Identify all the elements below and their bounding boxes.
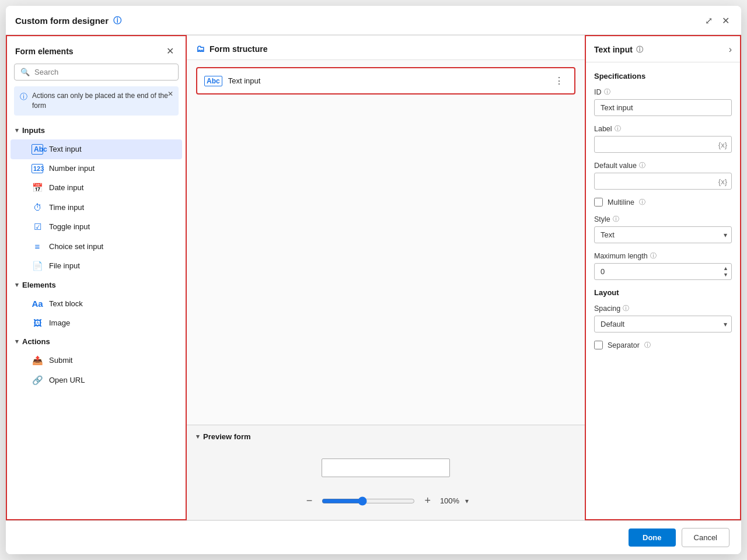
list-item-file-input[interactable]: 📄 File input: [11, 256, 182, 276]
zoom-minus-button[interactable]: −: [303, 494, 316, 508]
inputs-section-header[interactable]: ▾ Inputs: [7, 121, 186, 139]
inputs-chevron-icon: ▾: [15, 127, 19, 134]
left-panel-title: Form elements: [15, 47, 74, 56]
preview-input-field[interactable]: [322, 459, 450, 477]
default-value-info-icon[interactable]: ⓘ: [639, 161, 645, 170]
elements-section-header[interactable]: ▾ Elements: [7, 276, 186, 294]
form-structure-body: Abc Text input ⋮: [187, 60, 585, 425]
max-length-input[interactable]: [594, 263, 732, 280]
spacing-label-text: Spacing: [594, 304, 620, 313]
default-value-label-text: Default value: [594, 162, 637, 170]
form-element-menu-button[interactable]: ⋮: [551, 74, 567, 88]
left-panel: Form elements ✕ 🔍 ⓘ Actions can only be …: [6, 35, 187, 520]
spacing-info-icon[interactable]: ⓘ: [623, 304, 629, 313]
info-banner-close-button[interactable]: ✕: [166, 90, 175, 98]
label-info-icon[interactable]: ⓘ: [615, 124, 621, 133]
time-input-icon: ⏱: [32, 202, 43, 212]
multiline-checkbox[interactable]: [594, 198, 603, 206]
cancel-button[interactable]: Cancel: [682, 528, 729, 547]
preview-header[interactable]: ▾ Preview form: [187, 425, 585, 447]
time-input-label: Time input: [49, 203, 84, 212]
left-panel-close-button[interactable]: ✕: [163, 44, 177, 58]
label-input[interactable]: [594, 136, 732, 153]
custom-form-designer-dialog: Custom form designer ⓘ ⤢ ✕ Form elements…: [6, 6, 741, 554]
search-icon: 🔍: [20, 68, 30, 76]
search-box: 🔍: [14, 64, 179, 80]
zoom-slider[interactable]: [322, 496, 415, 506]
list-item-number-input[interactable]: 123 Number input: [11, 159, 182, 178]
list-item-date-input[interactable]: 📅 Date input: [11, 178, 182, 198]
zoom-plus-button[interactable]: +: [421, 494, 434, 508]
actions-section-header[interactable]: ▾ Actions: [7, 332, 186, 351]
list-item-text-input[interactable]: Abc Text input: [11, 139, 182, 159]
list-item-choice-set-input[interactable]: ≡ Choice set input: [11, 237, 182, 256]
label-formula-icon: {x}: [718, 140, 727, 149]
date-input-icon: 📅: [32, 183, 43, 193]
zoom-dropdown-chevron-icon[interactable]: ▾: [465, 497, 469, 505]
image-icon: 🖼: [32, 318, 43, 328]
toggle-input-icon: ☑: [32, 222, 43, 232]
list-item-open-url[interactable]: 🔗 Open URL: [11, 370, 182, 390]
file-input-label: File input: [49, 261, 80, 270]
style-label-text: Style: [594, 215, 610, 223]
search-input[interactable]: [34, 68, 172, 76]
separator-label-text: Separator: [608, 341, 640, 349]
separator-label: Separator: [608, 341, 640, 349]
id-info-icon[interactable]: ⓘ: [604, 88, 610, 96]
max-length-info-icon[interactable]: ⓘ: [650, 251, 657, 260]
list-item-submit[interactable]: 📤 Submit: [11, 351, 182, 370]
form-element-row-text-input[interactable]: Abc Text input ⋮: [196, 67, 575, 94]
image-label: Image: [49, 318, 70, 327]
label-label: Label ⓘ: [594, 124, 732, 133]
multiline-info-icon[interactable]: ⓘ: [639, 198, 645, 206]
default-value-field-group: Default value ⓘ {x}: [594, 161, 732, 190]
list-item-image[interactable]: 🖼 Image: [11, 313, 182, 332]
info-banner-icon: ⓘ: [20, 92, 27, 102]
right-panel-chevron-icon[interactable]: ›: [729, 44, 732, 55]
max-length-number-field: ▲ ▼: [594, 263, 732, 280]
label-label-text: Label: [594, 125, 612, 133]
submit-label: Submit: [49, 356, 72, 365]
separator-checkbox[interactable]: [594, 341, 603, 349]
preview-chevron-icon: ▾: [196, 433, 200, 440]
actions-section-label: Actions: [22, 337, 50, 346]
file-input-icon: 📄: [32, 261, 43, 271]
preview-title: Preview form: [203, 432, 251, 441]
right-panel-body: Specifications ID ⓘ Label ⓘ: [586, 62, 740, 519]
max-length-label-text: Maximum length: [594, 252, 648, 260]
spacing-field-group: Spacing ⓘ Default None Small Medium Larg…: [594, 304, 732, 332]
choice-set-input-label: Choice set input: [49, 242, 103, 251]
actions-chevron-icon: ▾: [15, 338, 19, 345]
left-panel-header: Form elements ✕: [7, 36, 186, 64]
id-input[interactable]: [594, 99, 732, 116]
list-item-time-input[interactable]: ⏱ Time input: [11, 198, 182, 217]
close-button[interactable]: ✕: [720, 13, 732, 29]
style-select[interactable]: Text Tel Email URL Password: [594, 226, 732, 243]
style-info-icon[interactable]: ⓘ: [613, 215, 619, 223]
dialog-title: Custom form designer ⓘ: [15, 16, 121, 26]
id-field-group: ID ⓘ: [594, 88, 732, 116]
default-value-input-wrapper: {x}: [594, 173, 732, 190]
max-length-down-arrow[interactable]: ▼: [723, 272, 728, 278]
center-panel: 🗂 Form structure Abc Text input ⋮ ▾ Prev…: [187, 35, 585, 520]
list-item-text-block[interactable]: Aa Text block: [11, 294, 182, 313]
max-length-up-arrow[interactable]: ▲: [723, 265, 728, 272]
form-element-icon: Abc: [204, 76, 222, 86]
default-value-input[interactable]: [594, 173, 732, 190]
max-length-spinners: ▲ ▼: [723, 263, 728, 280]
maximize-button[interactable]: ⤢: [703, 13, 715, 29]
list-item-toggle-input[interactable]: ☑ Toggle input: [11, 217, 182, 237]
form-structure-title: Form structure: [210, 44, 268, 54]
info-icon[interactable]: ⓘ: [113, 16, 121, 26]
spacing-select[interactable]: Default None Small Medium Large Extra La…: [594, 316, 732, 332]
dialog-footer: Done Cancel: [6, 520, 741, 554]
submit-icon: 📤: [32, 355, 43, 366]
info-banner: ⓘ Actions can only be placed at the end …: [14, 86, 179, 116]
right-panel-info-icon[interactable]: ⓘ: [636, 45, 643, 55]
elements-chevron-icon: ▾: [15, 281, 19, 289]
inputs-section-label: Inputs: [22, 126, 45, 135]
done-button[interactable]: Done: [629, 528, 676, 547]
toggle-input-label: Toggle input: [49, 222, 90, 231]
separator-info-icon[interactable]: ⓘ: [644, 341, 651, 349]
max-length-field-group: Maximum length ⓘ ▲ ▼: [594, 251, 732, 280]
